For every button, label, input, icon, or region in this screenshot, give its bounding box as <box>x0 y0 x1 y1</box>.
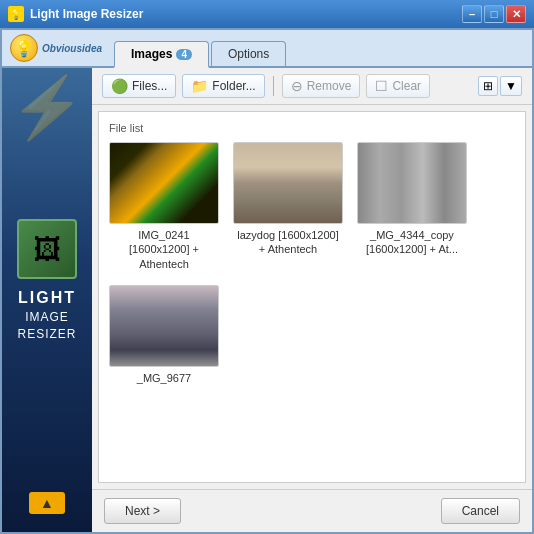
clear-label: Clear <box>392 79 421 93</box>
thumb-rope <box>357 142 467 224</box>
tab-options-label: Options <box>228 47 269 61</box>
tab-images[interactable]: Images 4 <box>114 41 209 68</box>
sidebar-logo-image <box>17 219 77 279</box>
toolbar: 🟢 Files... 📁 Folder... ⊖ Remove ☐ Clear <box>92 68 532 105</box>
title-bar-controls: – □ ✕ <box>462 5 526 23</box>
folder-icon: 📁 <box>191 78 208 94</box>
list-item[interactable]: _MG_4344_copy[1600x1200] + At... <box>357 142 467 271</box>
file-caption: _MG_4344_copy[1600x1200] + At... <box>366 228 458 257</box>
files-icon: 🟢 <box>111 78 128 94</box>
thumb-dog <box>233 142 343 224</box>
cancel-button[interactable]: Cancel <box>441 498 520 524</box>
lightning-decoration: ⚡ <box>10 78 85 138</box>
clear-icon: ☐ <box>375 78 388 94</box>
grid-view-button[interactable]: ⊞ <box>478 76 498 96</box>
file-caption: IMG_0241[1600x1200] +Athentech <box>129 228 199 271</box>
logo-line3: RESIZER <box>17 326 76 343</box>
main-area: ⚡ LIGHT IMAGE RESIZER ▲ 🟢 Files... <box>2 68 532 532</box>
title-bar: 💡 Light Image Resizer – □ ✕ <box>0 0 534 28</box>
next-button[interactable]: Next > <box>104 498 181 524</box>
files-label: Files... <box>132 79 167 93</box>
minimize-button[interactable]: – <box>462 5 482 23</box>
list-item[interactable]: IMG_0241[1600x1200] +Athentech <box>109 142 219 271</box>
title-bar-text: Light Image Resizer <box>30 7 462 21</box>
toolbar-separator <box>273 76 274 96</box>
app-logo: 💡 Obviousidea <box>10 34 102 66</box>
thumb-cat <box>109 285 219 367</box>
file-list-area: File list IMG_0241[1600x1200] +Athentech… <box>98 111 526 483</box>
sidebar-arrow-button[interactable]: ▲ <box>29 492 65 514</box>
files-button[interactable]: 🟢 Files... <box>102 74 176 98</box>
file-list-label: File list <box>109 122 515 134</box>
dropdown-view-button[interactable]: ▼ <box>500 76 522 96</box>
maximize-button[interactable]: □ <box>484 5 504 23</box>
tab-images-badge: 4 <box>176 49 192 60</box>
clear-button[interactable]: ☐ Clear <box>366 74 430 98</box>
close-button[interactable]: ✕ <box>506 5 526 23</box>
bottom-bar: Next > Cancel <box>92 489 532 532</box>
list-item[interactable]: lazydog [1600x1200]+ Athentech <box>233 142 343 271</box>
content-area: 🟢 Files... 📁 Folder... ⊖ Remove ☐ Clear <box>92 68 532 532</box>
logo-bulb-icon: 💡 <box>10 34 38 62</box>
main-window: 💡 Obviousidea Images 4 Options ⚡ LIGHT I… <box>0 28 534 534</box>
file-caption: _MG_9677 <box>137 371 191 385</box>
logo-brand-text: Obviousidea <box>42 43 102 54</box>
file-grid: IMG_0241[1600x1200] +Athentech lazydog [… <box>109 142 515 385</box>
folder-label: Folder... <box>212 79 255 93</box>
remove-icon: ⊖ <box>291 78 303 94</box>
file-caption: lazydog [1600x1200]+ Athentech <box>237 228 339 257</box>
logo-line2: IMAGE <box>17 309 76 326</box>
app-icon: 💡 <box>8 6 24 22</box>
tab-images-label: Images <box>131 47 172 61</box>
folder-button[interactable]: 📁 Folder... <box>182 74 264 98</box>
remove-button[interactable]: ⊖ Remove <box>282 74 361 98</box>
tab-options[interactable]: Options <box>211 41 286 66</box>
remove-label: Remove <box>307 79 352 93</box>
sidebar-logo-text: LIGHT IMAGE RESIZER <box>17 287 76 343</box>
list-item[interactable]: _MG_9677 <box>109 285 219 385</box>
thumb-flowers <box>109 142 219 224</box>
sidebar: ⚡ LIGHT IMAGE RESIZER ▲ <box>2 68 92 532</box>
logo-line1: LIGHT <box>17 287 76 309</box>
tab-bar: 💡 Obviousidea Images 4 Options <box>2 30 532 68</box>
view-controls: ⊞ ▼ <box>478 76 522 96</box>
